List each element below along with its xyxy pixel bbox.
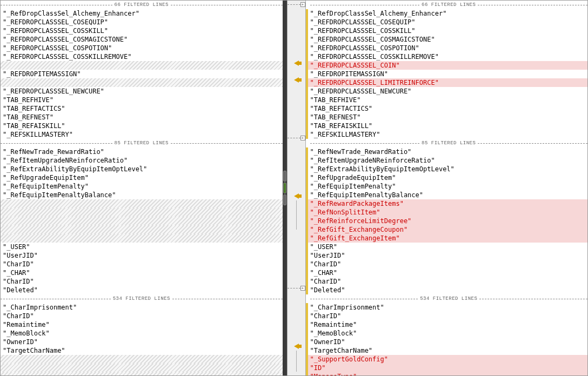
- code-line[interactable]: "TAB_REFNEST": [306, 113, 588, 122]
- code-line[interactable]: "_REFDROPCLASSSEL_COSMAGICSTONE": [1, 35, 283, 44]
- code-line[interactable]: "_RefUpgradeEquipItem": [306, 173, 588, 182]
- splitter-grip-icon: [283, 194, 286, 205]
- diff-added-line[interactable]: "_RefGift_ExchangeItem": [306, 234, 588, 243]
- diff-added-line[interactable]: "_SupportGoldConfig": [306, 355, 588, 364]
- filter-separator: 85 FILTERED LINES: [306, 139, 588, 147]
- diff-viewer: 66 FILTERED LINES "_RefDropClassSel_Alch…: [0, 0, 588, 376]
- code-line[interactable]: "_RefDropClassSel_Alchemy_Enhancer": [1, 9, 283, 18]
- code-line[interactable]: "_REFSKILLMASTERY": [1, 130, 283, 139]
- splitter-grip-icon: [283, 183, 286, 193]
- code-line[interactable]: "TAB_REFAISKILL": [306, 122, 588, 130]
- code-line[interactable]: "_REFDROPCLASSSEL_COSEQUIP": [306, 18, 588, 26]
- code-line[interactable]: "_MemoBlock": [306, 329, 588, 338]
- diff-added-line[interactable]: "_REFDROPCLASSSEL_LIMITREINFORCE": [306, 78, 588, 87]
- diff-added-line[interactable]: "_RefNonSplitItem": [306, 208, 588, 217]
- code-line[interactable]: "CharID": [1, 312, 283, 320]
- code-line[interactable]: "_RefNewTrade_RewardRatio": [306, 147, 588, 156]
- code-line[interactable]: "_REFSKILLMASTERY": [306, 130, 588, 139]
- diff-added-line[interactable]: "ManageType": [306, 372, 588, 375]
- missing-line-placeholder: [1, 217, 283, 225]
- missing-line-placeholder: [1, 61, 283, 70]
- code-line[interactable]: "_RefExtraAbilityByEquipItemOptLevel": [306, 165, 588, 173]
- code-line[interactable]: "_REFDROPCLASSSEL_NEWCURE": [1, 87, 283, 96]
- code-line[interactable]: "_RefUpgradeEquipItem": [1, 173, 283, 182]
- separator-label: 534 FILTERED LINES: [418, 296, 479, 301]
- code-line[interactable]: "TAB_REFHIVE": [1, 96, 283, 104]
- diff-added-line[interactable]: "_RefRewardPackageItems": [306, 199, 588, 208]
- code-line[interactable]: "_REFDROPCLASSSEL_COSPOTION": [306, 44, 588, 52]
- code-line[interactable]: "Deleted": [306, 286, 588, 294]
- code-line[interactable]: "_REFDROPITEMASSIGN": [306, 70, 588, 78]
- code-line[interactable]: "_REFDROPCLASSSEL_COSSKILLREMOVE": [1, 52, 283, 61]
- left-pane[interactable]: 66 FILTERED LINES "_RefDropClassSel_Alch…: [1, 1, 283, 375]
- code-line[interactable]: "_CharImprisonment": [1, 303, 283, 312]
- code-line[interactable]: "TAB_REFAISKILL": [1, 122, 283, 130]
- diff-added-line[interactable]: "ID": [306, 364, 588, 372]
- code-line[interactable]: "_CharImprisonment": [306, 303, 588, 312]
- code-line[interactable]: "TargetCharName": [1, 346, 283, 355]
- code-line[interactable]: "_RefDropClassSel_Alchemy_Enhancer": [306, 9, 588, 18]
- code-line[interactable]: "_REFDROPITEMASSIGN": [1, 70, 283, 78]
- code-line[interactable]: "_CHAR": [306, 268, 588, 277]
- code-line[interactable]: "UserJID": [306, 251, 588, 260]
- missing-line-placeholder: [1, 208, 283, 217]
- merge-left-button[interactable]: [288, 59, 305, 67]
- code-line[interactable]: "_RefEquipItemPenaltyBalance": [306, 191, 588, 199]
- code-line[interactable]: "CharID": [1, 277, 283, 286]
- code-line[interactable]: "OwnerID": [1, 338, 283, 346]
- diff-added-line[interactable]: "_RefGift_ExchangeCoupon": [306, 225, 588, 234]
- arrow-left-icon: [294, 193, 299, 199]
- code-line[interactable]: "_REFDROPCLASSSEL_NEWCURE": [306, 87, 588, 96]
- pane-splitter[interactable]: [283, 1, 287, 375]
- code-line[interactable]: "CharID": [306, 260, 588, 268]
- merge-left-button[interactable]: [288, 192, 305, 200]
- code-line[interactable]: "CharID": [306, 312, 588, 320]
- code-line[interactable]: "Remaintime": [1, 320, 283, 329]
- code-line[interactable]: "CharID": [306, 277, 588, 286]
- code-line[interactable]: "TAB_REFNEST": [1, 113, 283, 122]
- missing-line-placeholder: [1, 234, 283, 243]
- merge-left-button[interactable]: [288, 342, 305, 350]
- code-line[interactable]: "_REFDROPCLASSSEL_COSSKILL": [306, 26, 588, 35]
- code-line[interactable]: "_RefNewTrade_RewardRatio": [1, 147, 283, 156]
- missing-line-placeholder: [1, 225, 283, 234]
- right-pane[interactable]: 66 FILTERED LINES "_RefDropClassSel_Alch…: [306, 1, 588, 375]
- diff-added-line[interactable]: "_RefReinforceLimitDegree": [306, 217, 588, 225]
- code-line[interactable]: "OwnerID": [306, 338, 588, 346]
- code-line[interactable]: "TAB_REFTACTICS": [306, 104, 588, 113]
- code-line[interactable]: "_RefItemUpgradeNReinforceRatio": [306, 156, 588, 165]
- code-line[interactable]: "_CHAR": [1, 268, 283, 277]
- filter-separator: 66 FILTERED LINES: [1, 1, 283, 9]
- code-line[interactable]: "_REFDROPCLASSSEL_COSPOTION": [1, 44, 283, 52]
- code-line[interactable]: "_RefEquipItemPenalty": [1, 182, 283, 191]
- code-line[interactable]: "_REFDROPCLASSSEL_COSSKILLREMOVE": [306, 52, 588, 61]
- code-line[interactable]: "_REFDROPCLASSSEL_COSEQUIP": [1, 18, 283, 26]
- code-line[interactable]: "_USER": [306, 243, 588, 251]
- fold-toggle-icon[interactable]: +: [300, 286, 305, 291]
- merge-left-button[interactable]: [288, 76, 305, 84]
- code-line[interactable]: "TAB_REFTACTICS": [1, 104, 283, 113]
- missing-line-placeholder: [1, 78, 283, 87]
- gutter-separator: +: [288, 284, 305, 292]
- code-line[interactable]: "Deleted": [1, 286, 283, 294]
- code-line[interactable]: "_MemoBlock": [1, 329, 283, 338]
- arrow-left-icon: [294, 77, 299, 83]
- code-line[interactable]: "_RefEquipItemPenalty": [306, 182, 588, 191]
- separator-label: 66 FILTERED LINES: [112, 2, 171, 8]
- code-line[interactable]: "_REFDROPCLASSSEL_COSSKILL": [1, 26, 283, 35]
- code-line[interactable]: "Remaintime": [306, 320, 588, 329]
- code-line[interactable]: "_RefEquipItemPenaltyBalance": [1, 191, 283, 199]
- code-line[interactable]: "_RefExtraAbilityByEquipItemOptLevel": [1, 165, 283, 173]
- fold-toggle-icon[interactable]: +: [300, 136, 305, 140]
- fold-toggle-icon[interactable]: +: [300, 2, 305, 7]
- filter-separator: 85 FILTERED LINES: [1, 139, 283, 147]
- code-line[interactable]: "_USER": [1, 243, 283, 251]
- diff-added-line[interactable]: "_REFDROPCLASSSEL_COIN": [306, 61, 588, 70]
- code-line[interactable]: "_RefItemUpgradeNReinforceRatio": [1, 156, 283, 165]
- code-line[interactable]: "TAB_REFHIVE": [306, 96, 588, 104]
- code-line[interactable]: "_REFDROPCLASSSEL_COSMAGICSTONE": [306, 35, 588, 44]
- separator-label: 534 FILTERED LINES: [111, 296, 172, 301]
- code-line[interactable]: "TargetCharName": [306, 346, 588, 355]
- code-line[interactable]: "UserJID": [1, 251, 283, 260]
- code-line[interactable]: "CharID": [1, 260, 283, 268]
